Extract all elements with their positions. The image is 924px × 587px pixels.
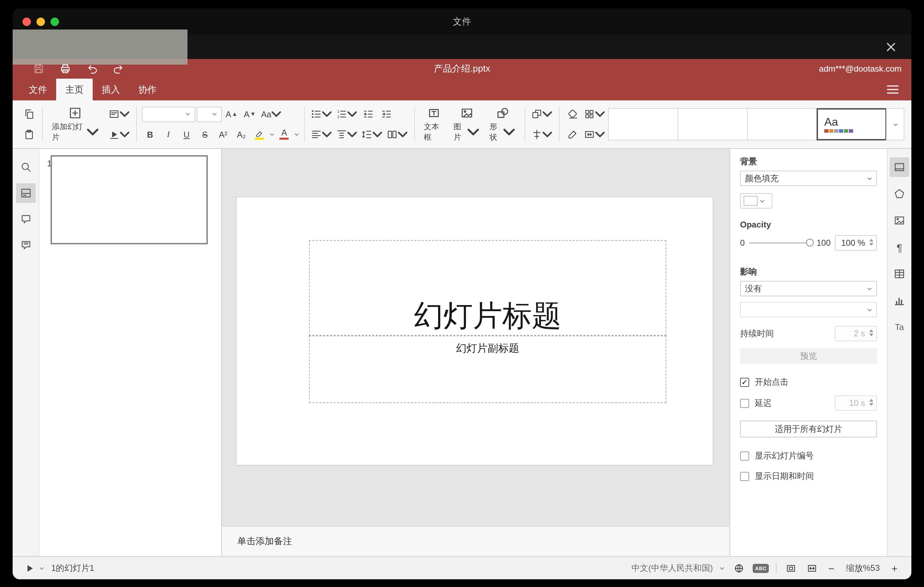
background-color-select[interactable] [740,193,772,209]
chevron-down-icon [185,112,190,116]
theme-gallery-expand-button[interactable] [886,108,904,140]
save-button[interactable] [31,61,46,76]
font-color-button[interactable]: A [276,126,292,143]
fit-width-button[interactable] [805,561,819,575]
effect-select[interactable]: 没有 [740,281,877,296]
paste-button[interactable] [20,126,37,143]
decrease-font-button[interactable]: A▼ [241,106,258,122]
clear-style-button[interactable] [564,106,581,122]
opacity-slider[interactable] [749,242,812,244]
spellcheck-button[interactable]: ABC [753,564,769,572]
comments-button[interactable] [16,209,35,229]
table-settings-button[interactable] [889,264,909,284]
slide-settings-button[interactable] [889,157,909,177]
tab-collaboration[interactable]: 协作 [129,79,166,101]
title-placeholder[interactable]: 幻灯片标题 [309,240,666,336]
shape-settings-button[interactable] [889,184,909,204]
chart-settings-button[interactable] [889,291,909,310]
start-slideshow-button[interactable] [107,126,131,143]
horizontal-align-button[interactable] [309,126,333,143]
highlight-color-button[interactable] [251,126,268,143]
slide[interactable]: 幻灯片标题 幻灯片副标题 [237,197,713,465]
zoom-out-button[interactable]: − [826,562,837,574]
subtitle-placeholder[interactable]: 幻灯片副标题 [309,336,666,403]
insert-image-button[interactable]: 图片 [449,106,484,142]
apply-to-all-slides-button[interactable]: 适用于所有幻灯片 [740,420,877,437]
underline-button[interactable]: U [178,126,195,143]
line-spacing-button[interactable] [360,126,384,143]
effect-option-select[interactable] [740,302,877,317]
textart-settings-button[interactable]: Ta [889,317,909,337]
add-slide-button[interactable]: 添加幻灯片 [48,106,103,142]
slides-panel-button[interactable] [16,183,35,203]
start-slideshow-status-button[interactable] [23,561,36,575]
image-settings-icon [894,215,905,226]
strikethrough-button[interactable]: S [196,126,213,143]
increase-font-button[interactable]: A▲ [223,106,240,122]
theme-option-selected[interactable]: Aa [817,108,887,140]
copy-button[interactable] [20,106,37,122]
slide-layout-button[interactable] [107,106,131,122]
theme-option-1[interactable] [608,108,678,140]
theme-option-3[interactable] [747,108,817,140]
delay-input[interactable]: 10 s [835,395,877,411]
bold-button[interactable]: B [142,126,158,143]
tab-insert[interactable]: 插入 [93,79,129,101]
undo-button[interactable] [84,61,100,76]
chevron-down-icon[interactable] [269,133,274,136]
dialog-close-button[interactable] [883,39,899,55]
fit-slide-button[interactable] [784,561,798,575]
opacity-input[interactable]: 100 % [835,235,877,251]
align-shape-button[interactable] [530,126,554,143]
vertical-align-button[interactable] [335,126,358,143]
search-button[interactable] [16,157,35,177]
preview-button[interactable]: 预览 [740,348,877,364]
chevron-down-icon[interactable] [720,566,725,570]
numbering-button[interactable]: 12 [335,106,358,122]
duration-input[interactable]: 2 s [835,326,877,341]
italic-button[interactable]: I [160,126,177,143]
show-slide-number-checkbox[interactable] [740,452,749,461]
chevron-down-icon[interactable] [39,566,44,570]
slide-size-button[interactable] [583,126,607,143]
zoom-in-button[interactable]: + [889,562,900,574]
background-label: 背景 [740,156,877,168]
insert-textbox-button[interactable]: 文本框 [419,106,448,142]
arrange-shape-button[interactable] [530,106,554,122]
image-settings-button[interactable] [889,211,909,230]
chat-button[interactable] [16,235,35,255]
start-on-click-checkbox[interactable]: ✓ [740,378,749,387]
spinner-arrows[interactable] [869,239,873,246]
font-name-select[interactable] [142,106,195,122]
slide-thumbnail[interactable] [51,155,208,244]
spinner-arrows[interactable] [869,399,873,406]
subscript-button[interactable]: A₂ [233,126,249,143]
tab-file[interactable]: 文件 [20,79,56,101]
menu-button[interactable] [883,79,901,101]
increase-indent-button[interactable] [378,106,395,122]
spinner-arrows[interactable] [869,329,873,336]
print-button[interactable] [58,61,73,76]
copy-style-button[interactable] [564,126,581,143]
bullets-button[interactable] [309,106,333,122]
notes-area[interactable]: 单击添加备注 [222,526,729,556]
font-size-select[interactable] [196,106,221,122]
tab-home[interactable]: 主页 [56,79,93,101]
change-case-button[interactable]: Aa [259,106,283,122]
add-slide-icon [69,106,82,119]
decrease-indent-button[interactable] [360,106,377,122]
chevron-down-icon[interactable] [294,133,299,136]
show-date-time-checkbox[interactable] [740,472,749,481]
columns-button[interactable] [385,126,409,143]
language-selector[interactable]: 中文(中华人民共和国) [632,562,713,574]
paragraph-settings-button[interactable]: ¶ [889,237,909,257]
background-fill-select[interactable]: 颜色填充 [740,171,877,186]
opacity-slider-knob[interactable] [806,239,814,246]
set-language-button[interactable] [732,561,746,575]
insert-shape-button[interactable]: 形状 [485,106,520,142]
color-scheme-button[interactable] [583,106,607,122]
delay-checkbox[interactable] [740,399,749,407]
superscript-button[interactable]: A² [214,126,231,143]
theme-option-2[interactable] [678,108,748,140]
redo-button[interactable] [111,61,126,76]
